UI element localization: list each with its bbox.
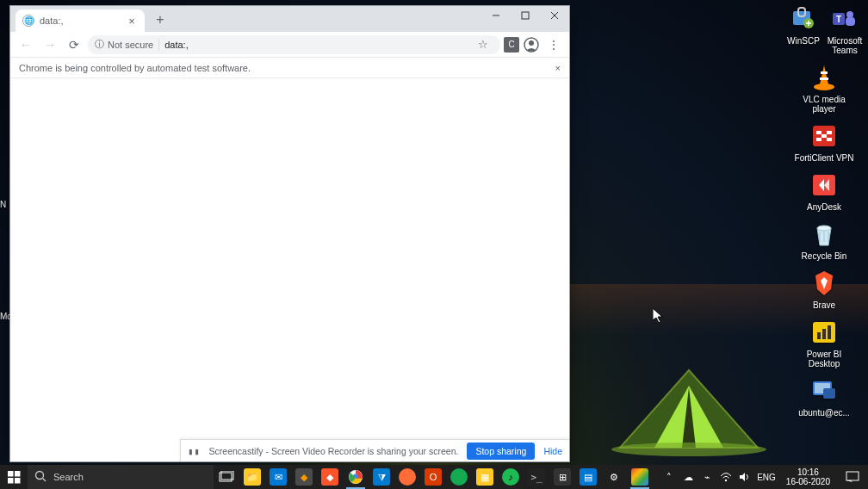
- window-minimize-button[interactable]: [481, 6, 511, 25]
- taskbar-sublime[interactable]: ◆: [291, 465, 317, 489]
- svg-rect-18: [827, 131, 832, 134]
- taskbar-chrome-automation[interactable]: [627, 465, 653, 489]
- tray-chevron-up-icon[interactable]: ˄: [662, 470, 676, 484]
- taskbar-search[interactable]: Search: [28, 465, 214, 489]
- tray-language[interactable]: ENG: [757, 470, 776, 484]
- svg-rect-11: [846, 17, 855, 26]
- svg-rect-32: [823, 388, 835, 399]
- desktop-icon-label: Brave: [794, 300, 854, 310]
- taskbar-cmd[interactable]: >_: [524, 465, 549, 489]
- new-tab-button[interactable]: +: [150, 9, 170, 30]
- taskbar-office[interactable]: O: [420, 465, 446, 489]
- svg-marker-51: [740, 473, 745, 481]
- tab-title: data:,: [40, 15, 121, 26]
- svg-rect-19: [816, 138, 822, 141]
- clock-date: 16-06-2020: [786, 477, 830, 486]
- stop-sharing-button[interactable]: Stop sharing: [467, 443, 535, 460]
- svg-rect-40: [8, 471, 14, 477]
- system-tray: ˄ ☁ ⌁ ENG 10:16 16-06-2020: [659, 465, 868, 489]
- address-bar[interactable]: ⓘ Not secure data:, ☆: [88, 35, 500, 54]
- security-label: Not secure: [108, 40, 153, 50]
- desktop-icon-forticlient[interactable]: FortiClient VPN: [794, 121, 854, 163]
- svg-point-44: [36, 472, 44, 480]
- tray-volume-icon[interactable]: [738, 470, 752, 484]
- desktop-icon-anydesk[interactable]: AnyDesk: [794, 170, 854, 212]
- taskbar-spotify[interactable]: ♪: [498, 465, 524, 489]
- desktop-icon-label: VLC media player: [794, 95, 854, 114]
- bookmark-star-icon[interactable]: ☆: [473, 34, 493, 55]
- kebab-menu-button[interactable]: ⋮: [543, 34, 564, 55]
- tray-onedrive-icon[interactable]: ☁: [681, 470, 695, 484]
- svg-point-15: [814, 84, 834, 90]
- desktop-icon-label: Recycle Bin: [794, 251, 854, 261]
- start-button[interactable]: [0, 465, 28, 489]
- taskbar-mongodb[interactable]: [446, 465, 472, 489]
- taskbar-settings[interactable]: ⚙: [601, 465, 627, 489]
- infobar-close-icon[interactable]: ×: [555, 63, 561, 73]
- desktop-icon-label: ubuntu@ec...: [794, 408, 854, 418]
- share-text: Screencastify - Screen Video Recorder is…: [209, 446, 459, 456]
- taskbar-brave[interactable]: ◆: [317, 465, 343, 489]
- automation-infobar: Chrome is being controlled by automated …: [10, 58, 569, 78]
- search-placeholder: Search: [53, 472, 84, 482]
- svg-line-45: [43, 479, 46, 482]
- tab-strip: 🌐 data:, × +: [10, 6, 569, 32]
- task-view-button[interactable]: [214, 465, 239, 489]
- svg-point-25: [817, 226, 831, 231]
- url-text: data:,: [164, 40, 468, 50]
- back-button[interactable]: ←: [16, 34, 36, 55]
- taskbar-postman[interactable]: [394, 465, 420, 489]
- desktop-icon-recyclebin[interactable]: Recycle Bin: [794, 219, 854, 261]
- desktop-icon-vlc[interactable]: VLC media player: [794, 62, 854, 114]
- search-icon: [34, 470, 46, 484]
- browser-tab[interactable]: 🌐 data:, ×: [16, 9, 145, 32]
- action-center-button[interactable]: [840, 471, 865, 483]
- clock-time: 10:16: [786, 467, 830, 477]
- tray-wifi-icon[interactable]: [719, 470, 733, 484]
- taskbar-notes[interactable]: ▦: [472, 465, 498, 489]
- page-content: ▮▮ Screencastify - Screen Video Recorder…: [10, 78, 569, 461]
- taskbar-explorer[interactable]: 📁: [239, 465, 265, 489]
- desktop-icon-powerbi[interactable]: Power BI Desktop: [794, 317, 854, 368]
- taskbar: Search 📁 ✉ ◆ ◆ ⧩ O ▦ ♪ >_ ⊞ ▤ ⚙ ˄ ☁ ⌁: [0, 465, 868, 489]
- svg-rect-27: [817, 332, 821, 339]
- profile-button[interactable]: [521, 34, 542, 55]
- desktop-icon-winscp[interactable]: WinSCP: [784, 3, 822, 55]
- reload-button[interactable]: ⟳: [64, 34, 84, 55]
- taskbar-clock[interactable]: 10:16 16-06-2020: [781, 467, 835, 486]
- svg-rect-29: [828, 325, 831, 339]
- extension-button[interactable]: C: [504, 37, 519, 53]
- pause-icon[interactable]: ▮▮: [188, 446, 201, 456]
- tab-close-icon[interactable]: ×: [126, 15, 138, 27]
- svg-rect-13: [821, 71, 828, 74]
- forward-button[interactable]: →: [40, 34, 60, 55]
- svg-rect-21: [822, 134, 827, 138]
- desktop-icon-label: Microsoft Teams: [826, 36, 864, 55]
- svg-point-38: [529, 40, 534, 46]
- desktop-icon-label: WinSCP: [784, 36, 822, 46]
- desktop-icon-ubuntu-rdp[interactable]: ubuntu@ec...: [794, 375, 854, 418]
- svg-rect-14: [820, 77, 828, 80]
- desktop-icon-brave[interactable]: Brave: [794, 268, 854, 310]
- svg-point-50: [725, 480, 727, 481]
- info-icon: ⓘ: [95, 38, 104, 51]
- window-maximize-button[interactable]: [511, 6, 540, 25]
- taskbar-vscode[interactable]: ⧩: [369, 465, 394, 489]
- tray-bluetooth-icon[interactable]: ⌁: [700, 470, 714, 484]
- taskbar-vm[interactable]: ▤: [575, 465, 601, 489]
- svg-rect-52: [846, 472, 859, 480]
- svg-marker-12: [820, 65, 828, 84]
- desktop-icon-teams[interactable]: T Microsoft Teams: [826, 3, 864, 55]
- desktop-icon-label: Power BI Desktop: [794, 350, 854, 368]
- globe-icon: 🌐: [22, 15, 34, 27]
- svg-rect-20: [827, 138, 832, 141]
- svg-rect-41: [15, 471, 21, 477]
- svg-rect-17: [816, 131, 822, 134]
- svg-rect-28: [822, 329, 826, 339]
- taskbar-mail[interactable]: ✉: [265, 465, 291, 489]
- hide-share-bar[interactable]: Hide: [543, 446, 562, 456]
- window-close-button[interactable]: [540, 6, 569, 25]
- svg-rect-34: [522, 12, 529, 19]
- taskbar-chrome[interactable]: [343, 465, 369, 489]
- taskbar-calc[interactable]: ⊞: [549, 465, 575, 489]
